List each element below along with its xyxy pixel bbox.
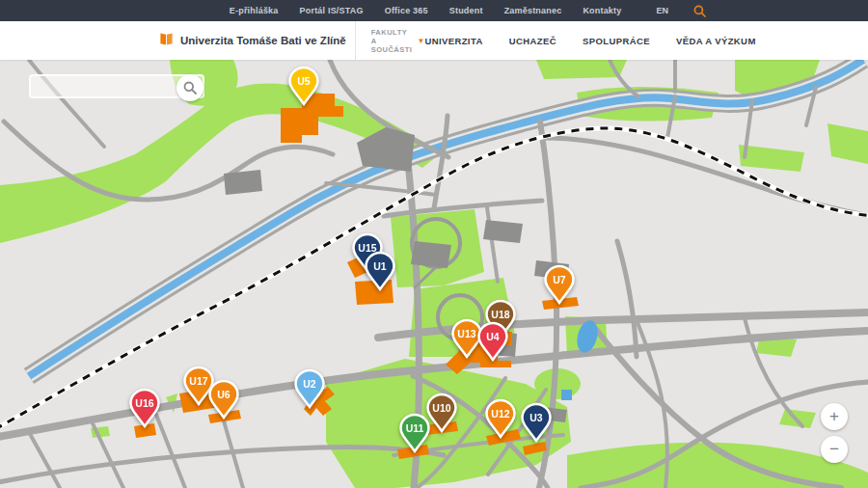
search-icon[interactable] xyxy=(693,5,706,17)
map-marker-u1[interactable]: U1 xyxy=(364,251,396,291)
nav-item-spolupr-ce[interactable]: SPOLUPRÁCE xyxy=(583,36,650,46)
pin-icon xyxy=(364,251,396,291)
map-marker-u12[interactable]: U12 xyxy=(484,398,517,439)
topbar: E-přihláškaPortál IS/STAGOffice 365Stude… xyxy=(0,0,868,21)
header-divider xyxy=(355,21,356,60)
topbar-link-kontakty[interactable]: Kontakty xyxy=(583,6,621,15)
magnifier-icon xyxy=(183,81,197,95)
map-marker-u6[interactable]: U6 xyxy=(207,379,240,420)
brand-name: Univerzita Tomáše Bati ve Zlíně xyxy=(180,35,346,46)
zoom-in-button[interactable]: + xyxy=(821,403,848,430)
faculties-dropdown[interactable]: FAKULTY A SOUČÁSTI ▼ xyxy=(371,28,425,54)
pin-icon xyxy=(293,368,326,409)
topbar-link-office-365[interactable]: Office 365 xyxy=(385,6,428,15)
pin-icon xyxy=(476,321,509,362)
topbar-link-port-l-is-stag[interactable]: Portál IS/STAG xyxy=(300,6,364,15)
map-search-box xyxy=(29,74,204,98)
map-marker-u5[interactable]: U5 xyxy=(287,66,320,106)
pin-icon xyxy=(543,264,576,305)
university-logo-icon xyxy=(159,32,174,50)
map-search-button[interactable] xyxy=(176,74,203,101)
main-nav: UNIVERZITAUCHAZEČSPOLUPRÁCEVĚDA A VÝZKUM xyxy=(424,36,868,46)
topbar-link-student[interactable]: Student xyxy=(449,6,483,15)
pin-icon xyxy=(520,402,553,443)
pin-icon xyxy=(207,379,240,420)
brand[interactable]: Univerzita Tomáše Bati ve Zlíně xyxy=(159,32,346,50)
pin-icon xyxy=(128,388,161,428)
nav-item-v-da-a-v-zkum[interactable]: VĚDA A VÝZKUM xyxy=(676,36,756,46)
chevron-down-icon: ▼ xyxy=(417,37,424,45)
zoom-out-button[interactable]: − xyxy=(821,436,848,463)
page: E-přihláškaPortál IS/STAGOffice 365Stude… xyxy=(0,0,868,488)
map-marker-u2[interactable]: U2 xyxy=(293,368,326,409)
map-marker-u3[interactable]: U3 xyxy=(520,402,553,443)
topbar-link-zam-stnanec[interactable]: Zaměstnanec xyxy=(504,6,562,15)
pin-icon xyxy=(287,66,320,106)
map-search-input[interactable] xyxy=(31,76,166,96)
header: Univerzita Tomáše Bati ve Zlíně FAKULTY … xyxy=(0,21,868,60)
nav-item-univerzita[interactable]: UNIVERZITA xyxy=(424,36,482,46)
map-marker-u4[interactable]: U4 xyxy=(476,321,509,362)
language-switcher[interactable]: EN xyxy=(656,6,668,15)
pin-icon xyxy=(398,413,431,453)
map-marker-u11[interactable]: U11 xyxy=(398,413,431,453)
topbar-link-e-p-ihl-ka[interactable]: E-přihláška xyxy=(230,6,279,15)
topbar-links: E-přihláškaPortál IS/STAGOffice 365Stude… xyxy=(230,6,622,15)
map-marker-u7[interactable]: U7 xyxy=(543,264,576,305)
nav-item-uchaze-[interactable]: UCHAZEČ xyxy=(509,36,556,46)
map-marker-u16[interactable]: U16 xyxy=(128,388,161,428)
pin-icon xyxy=(484,398,517,439)
campus-map[interactable]: U5U15U1U7U18U13U4U17U2U6U16U10U12U3U11 +… xyxy=(0,60,868,488)
